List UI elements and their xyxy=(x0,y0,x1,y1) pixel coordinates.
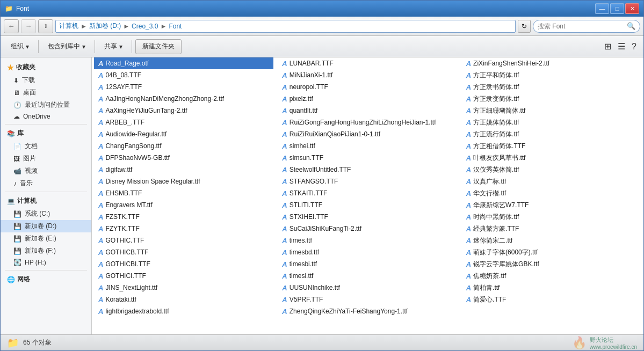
file-item[interactable]: ADisney Mission Space Regular.ttf xyxy=(94,176,273,187)
sidebar-item-recent[interactable]: 🕐 最近访问的位置 xyxy=(1,99,91,111)
file-item[interactable]: AChangFangSong.ttf xyxy=(94,140,273,152)
path-computer[interactable]: 计算机 xyxy=(59,21,78,31)
file-item[interactable]: A迷你简宋二.ttf xyxy=(462,235,641,246)
sidebar-computer-header[interactable]: 💻 计算机 xyxy=(1,194,91,208)
file-item[interactable]: Atimesbi.ttf xyxy=(278,258,457,270)
file-item[interactable]: A华文行楷.ttf xyxy=(462,187,641,199)
share-button[interactable]: 共享 ▾ xyxy=(98,38,128,55)
sidebar-item-music[interactable]: ♪ 音乐 xyxy=(1,177,91,189)
file-item[interactable]: AKorataki.ttf xyxy=(94,294,273,305)
sidebar-item-onedrive[interactable]: ☁ OneDrive xyxy=(1,111,91,122)
file-item[interactable]: AFZYTK.TTF xyxy=(94,223,273,235)
file-item[interactable]: ASteelwolfUntitled.TTF xyxy=(278,164,457,176)
file-item[interactable]: A简爱心.TTF xyxy=(462,294,641,305)
sidebar-item-d[interactable]: 💾 新加卷 (D:) xyxy=(1,220,91,232)
file-item[interactable]: A汉真广标.ttf xyxy=(462,176,641,187)
file-item[interactable]: ASTLITI.TTF xyxy=(278,199,457,211)
file-item[interactable]: A方正隶书简体.ttf xyxy=(462,81,641,93)
sidebar-item-desktop[interactable]: 🖥 桌面 xyxy=(1,86,91,99)
file-item[interactable]: Aneuropol.TTF xyxy=(278,81,457,93)
file-item[interactable]: A方正隶变简体.ttf xyxy=(462,93,641,105)
file-item[interactable]: ALUNABAR.TTF xyxy=(278,57,457,69)
file-item[interactable]: A简柏青.ttf xyxy=(462,282,641,294)
help-button[interactable]: ? xyxy=(629,38,639,55)
sidebar-item-e[interactable]: 💾 新加卷 (E:) xyxy=(1,232,91,245)
file-item[interactable]: A04B_08.TTF xyxy=(94,69,273,81)
sidebar-item-f[interactable]: 💾 新加卷 (F:) xyxy=(1,245,91,257)
file-item[interactable]: AGOTHICI.TTF xyxy=(94,270,273,282)
new-folder-button[interactable]: 新建文件夹 xyxy=(135,39,182,54)
path-font[interactable]: Font xyxy=(169,23,182,30)
file-item[interactable]: AAaXingHeYiJiuGunTang-2.ttf xyxy=(94,105,273,116)
file-item[interactable]: ARoad_Rage.otf xyxy=(94,57,273,69)
file-item[interactable]: ARuiZiRuiXianQiaoPiJian1-0-1.ttf xyxy=(278,128,457,140)
file-item[interactable]: AFZSTK.TTF xyxy=(94,211,273,223)
file-item[interactable]: A方正流行简体.ttf xyxy=(462,128,641,140)
file-item[interactable]: Apixelz.ttf xyxy=(278,93,457,105)
file-item[interactable]: A方正细珊瑚简体.ttf xyxy=(462,105,641,116)
file-item[interactable]: A方正平和简体.ttf xyxy=(462,69,641,81)
sidebar-item-h[interactable]: 💽 HP (H:) xyxy=(1,257,91,268)
file-item[interactable]: A方正姚体简体.ttf xyxy=(462,116,641,128)
file-item[interactable]: Atimesbd.ttf xyxy=(278,246,457,258)
close-button[interactable]: ✕ xyxy=(625,3,639,14)
file-item[interactable]: AARBEB_.TTF xyxy=(94,116,273,128)
file-item[interactable]: A锐字云字库姚体GBK.ttf xyxy=(462,258,641,270)
file-item[interactable]: AEHSMB.TTF xyxy=(94,187,273,199)
refresh-button[interactable]: ↻ xyxy=(518,20,531,33)
file-item[interactable]: AGOTHICB.TTF xyxy=(94,246,273,258)
path-drive[interactable]: 新加卷 (D:) xyxy=(89,21,121,31)
sidebar-item-download[interactable]: ⬇ 下载 xyxy=(1,74,91,86)
file-item[interactable]: A经典繁方篆.TTF xyxy=(462,223,641,235)
sidebar-item-documents[interactable]: 📄 文档 xyxy=(1,140,91,152)
path-creo[interactable]: Creo_3.0 xyxy=(132,23,158,30)
file-item[interactable]: Alightbrigadextrabold.ttf xyxy=(94,305,273,317)
maximize-button[interactable]: □ xyxy=(610,3,624,14)
file-item[interactable]: Aquantflt.ttf xyxy=(278,105,457,116)
file-item[interactable]: ARuiZiGongFangHongHuangZhiLiZhongHeiJian… xyxy=(278,116,457,128)
file-item[interactable]: AV5PRF.TTF xyxy=(278,294,457,305)
file-item[interactable]: AMiNiJianXi-1.ttf xyxy=(278,69,457,81)
file-item[interactable]: A汉仪秀英体简.ttf xyxy=(462,164,641,176)
include-library-button[interactable]: 包含到库中 ▾ xyxy=(42,38,91,55)
file-item[interactable]: AJINS_NextLight.ttf xyxy=(94,282,273,294)
file-item[interactable]: AEngravers MT.ttf xyxy=(94,199,273,211)
file-item[interactable]: ASTFANGSO.TTF xyxy=(278,176,457,187)
minimize-button[interactable]: — xyxy=(595,3,609,14)
sidebar-library-header[interactable]: 📚 库 xyxy=(1,127,91,140)
file-item[interactable]: ASTKAITI.TTF xyxy=(278,187,457,199)
file-item[interactable]: A12SAYF.TTF xyxy=(94,81,273,93)
file-item[interactable]: ASTXIHEI.TTF xyxy=(278,211,457,223)
file-item[interactable]: AGOTHIC.TTF xyxy=(94,235,273,246)
file-item[interactable]: A焦糖奶茶.ttf xyxy=(462,270,641,282)
sidebar-item-pictures[interactable]: 🖼 图片 xyxy=(1,152,91,165)
file-item[interactable]: AAudiowide-Regular.ttf xyxy=(94,128,273,140)
search-box[interactable]: 🔍 xyxy=(533,20,640,33)
sidebar-item-c[interactable]: 💾 系统 (C:) xyxy=(1,208,91,220)
search-input[interactable] xyxy=(538,23,625,30)
file-item[interactable]: A方正粗借简体.TTF xyxy=(462,140,641,152)
search-icon[interactable]: 🔍 xyxy=(627,22,635,30)
file-item[interactable]: AZiXinFangShenShiHei-2.ttf xyxy=(462,57,641,69)
file-item[interactable]: Asimsun.TTF xyxy=(278,152,457,164)
file-item[interactable]: Adigifaw.ttf xyxy=(94,164,273,176)
file-item[interactable]: A萌妹子字体(6000字).ttf xyxy=(462,246,641,258)
sidebar-item-videos[interactable]: 📹 视频 xyxy=(1,165,91,177)
sidebar-network-header[interactable]: 🌐 网络 xyxy=(1,273,91,286)
file-item[interactable]: A时尚中黑简体.ttf xyxy=(462,211,641,223)
organize-button[interactable]: 组织 ▾ xyxy=(5,38,35,55)
address-path[interactable]: 计算机 ► 新加卷 (D:) ► Creo_3.0 ► Font xyxy=(55,20,516,33)
file-item[interactable]: Asimhei.ttf xyxy=(278,140,457,152)
file-item[interactable]: AGOTHICBI.TTF xyxy=(94,258,273,270)
file-item[interactable]: Atimesi.ttf xyxy=(278,270,457,282)
file-item[interactable]: A叶根友疾风草书.ttf xyxy=(462,152,641,164)
file-item[interactable]: AAaJingHongNanDiMengZhongZhong-2.ttf xyxy=(94,93,273,105)
up-button[interactable]: ⇧ xyxy=(38,19,53,33)
forward-button[interactable]: → xyxy=(21,19,36,33)
file-item[interactable]: Atimes.ttf xyxy=(278,235,457,246)
file-item[interactable]: A华康新综艺W7.TTF xyxy=(462,199,641,211)
file-item[interactable]: AUUSUNInchike.ttf xyxy=(278,282,457,294)
back-button[interactable]: ← xyxy=(4,19,19,33)
file-item[interactable]: ADFPShaoNvW5-GB.ttf xyxy=(94,152,273,164)
view-list-button[interactable]: ☰ xyxy=(615,38,628,55)
